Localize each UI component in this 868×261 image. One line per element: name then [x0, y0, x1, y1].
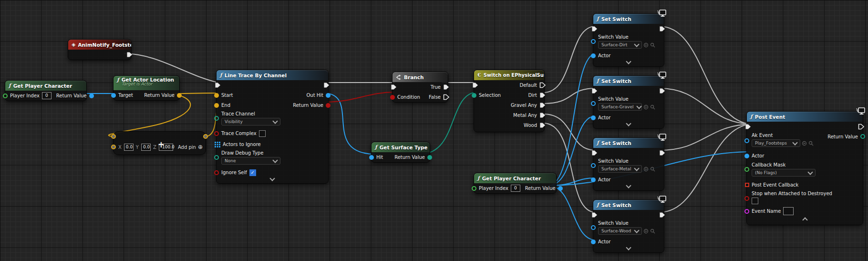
node-line-trace-by-channel[interactable]: ƒ Line Trace By Channel Start Out Hit En…: [216, 70, 329, 184]
blueprint-graph-canvas[interactable]: ◈ AnimNotify_Footsteps ƒ Get Player Char…: [0, 0, 868, 261]
switch-value-dropdown[interactable]: Surface-Wood: [598, 227, 642, 235]
exec-in-pin[interactable]: [391, 84, 397, 90]
node-post-event[interactable]: ƒ Post Event Ak Event Play_Footsteps: [746, 111, 863, 225]
advanced-toggle[interactable]: [217, 177, 328, 183]
player-index-value[interactable]: 0: [511, 185, 520, 192]
use-selected-icon[interactable]: [643, 167, 649, 172]
node-get-player-character-2[interactable]: ƒ Get Player Character Player Index 0 Re…: [474, 173, 557, 194]
browse-icon[interactable]: [808, 141, 814, 146]
node-branch[interactable]: Branch True Condition False: [392, 72, 448, 103]
node-switch-on-ephysicalsurface[interactable]: € Switch on EPhysicalSurface Default Sel…: [474, 70, 545, 132]
node-header[interactable]: ƒ Set Switch: [593, 200, 664, 210]
trace-channel-dropdown[interactable]: Visibility: [221, 118, 280, 125]
advanced-toggle[interactable]: [593, 123, 664, 128]
exec-out-pin[interactable]: [659, 212, 666, 218]
node-header[interactable]: ƒ Post Event: [747, 112, 863, 122]
browse-icon[interactable]: [650, 104, 655, 110]
advanced-toggle[interactable]: [747, 216, 863, 225]
browse-icon[interactable]: [650, 229, 655, 234]
exec-in-pin[interactable]: [591, 212, 598, 218]
exec-in-pin[interactable]: [591, 88, 598, 94]
node-header[interactable]: ƒ Set Switch: [593, 138, 664, 148]
y-value[interactable]: 0.0: [141, 144, 151, 151]
hit-pin[interactable]: [369, 155, 374, 160]
exec-in-pin[interactable]: [472, 82, 479, 88]
add-pin-button[interactable]: Add pin ⊕: [178, 144, 203, 150]
event-name-value[interactable]: [783, 207, 794, 215]
x-value[interactable]: 0.0: [124, 144, 134, 151]
node-header[interactable]: ◈ AnimNotify_Footsteps: [68, 40, 131, 50]
node-header[interactable]: ƒ Get Player Character: [474, 173, 556, 183]
node-header[interactable]: € Switch on EPhysicalSurface: [474, 70, 544, 80]
node-header[interactable]: ƒ Set Switch: [593, 76, 664, 86]
node-header[interactable]: ƒ Set Switch: [593, 14, 664, 24]
post-event-callback-pin[interactable]: [745, 183, 749, 187]
ignore-self-pin[interactable]: [214, 170, 219, 175]
node-header[interactable]: Branch: [393, 72, 448, 82]
node-animnotify-footsteps[interactable]: ◈ AnimNotify_Footsteps: [68, 39, 132, 60]
false-exec-pin[interactable]: [443, 94, 450, 100]
vector-input-b-pin[interactable]: [111, 145, 116, 149]
stop-attached-checkbox[interactable]: [752, 198, 758, 204]
node-get-surface-type[interactable]: ƒ Get Surface Type Hit Return Value: [371, 142, 430, 163]
trace-channel-pin[interactable]: [214, 116, 219, 121]
switch-value-pin[interactable]: [591, 39, 596, 44]
dirt-exec-pin[interactable]: [539, 92, 546, 98]
switch-value-pin[interactable]: [591, 101, 596, 106]
gravel-exec-pin[interactable]: [539, 102, 546, 108]
actor-pin[interactable]: [591, 177, 596, 182]
exec-out-pin[interactable]: [126, 52, 133, 58]
ak-event-dropdown[interactable]: Play_Footsteps: [752, 139, 800, 147]
switch-value-dropdown[interactable]: Surface-Metal: [598, 165, 642, 173]
exec-in-pin[interactable]: [745, 124, 752, 130]
actor-pin[interactable]: [591, 240, 596, 244]
advanced-toggle[interactable]: [593, 61, 664, 66]
end-pin[interactable]: [214, 103, 219, 108]
node-set-switch-metal[interactable]: ƒ Set Switch Switch Value Surface-Metal: [593, 137, 664, 191]
vector-input-a-pin[interactable]: [111, 134, 116, 139]
exec-out-pin[interactable]: [858, 124, 865, 130]
player-index-pin[interactable]: [3, 94, 8, 98]
default-exec-pin[interactable]: [539, 82, 546, 88]
switch-value-pin[interactable]: [591, 163, 596, 168]
actor-pin[interactable]: [744, 154, 749, 158]
array-pin[interactable]: [215, 142, 220, 147]
use-selected-icon[interactable]: [643, 42, 649, 48]
node-get-player-character-1[interactable]: ƒ Get Player Character Player Index 0 Re…: [5, 80, 87, 101]
node-header[interactable]: ƒ Get Actor Location Target is Actor: [114, 76, 179, 90]
return-value-pin[interactable]: [558, 186, 563, 191]
node-header[interactable]: ƒ Line Trace By Channel: [217, 70, 328, 80]
callback-mask-dropdown[interactable]: (No Flags): [752, 169, 816, 177]
vector-output-pin[interactable]: [203, 134, 208, 139]
ak-event-pin[interactable]: [744, 138, 749, 143]
switch-value-pin[interactable]: [591, 225, 596, 230]
use-selected-icon[interactable]: [643, 229, 649, 234]
advanced-toggle[interactable]: [593, 185, 664, 190]
node-vector-add[interactable]: + X 0.0 Y 0.0 Z -100.0 Add pin ⊕: [113, 131, 206, 155]
draw-debug-pin[interactable]: [214, 155, 219, 160]
start-pin[interactable]: [214, 93, 219, 98]
selection-pin[interactable]: [472, 93, 476, 98]
actor-pin[interactable]: [591, 115, 596, 120]
exec-out-pin[interactable]: [323, 82, 330, 88]
actor-pin[interactable]: [591, 53, 596, 58]
switch-value-dropdown[interactable]: Surface-Gravel: [598, 103, 642, 111]
exec-out-pin[interactable]: [659, 150, 666, 156]
target-pin[interactable]: [111, 93, 116, 98]
exec-out-pin[interactable]: [659, 26, 666, 32]
callback-mask-pin[interactable]: [744, 167, 749, 172]
return-value-pin[interactable]: [427, 155, 432, 160]
use-selected-icon[interactable]: [643, 104, 649, 110]
wood-exec-pin[interactable]: [539, 122, 546, 128]
node-set-switch-gravel[interactable]: ƒ Set Switch Switch Value Surface-Gravel: [593, 75, 664, 129]
browse-icon[interactable]: [650, 167, 655, 172]
advanced-toggle[interactable]: [593, 247, 664, 252]
exec-in-pin[interactable]: [591, 26, 598, 32]
event-name-pin[interactable]: [744, 209, 749, 214]
ignore-self-checkbox[interactable]: ✓: [249, 169, 256, 176]
browse-icon[interactable]: [650, 42, 655, 48]
node-header[interactable]: ƒ Get Surface Type: [372, 142, 430, 152]
exec-in-pin[interactable]: [591, 150, 598, 156]
use-selected-icon[interactable]: [802, 141, 807, 146]
exec-out-pin[interactable]: [659, 88, 666, 94]
